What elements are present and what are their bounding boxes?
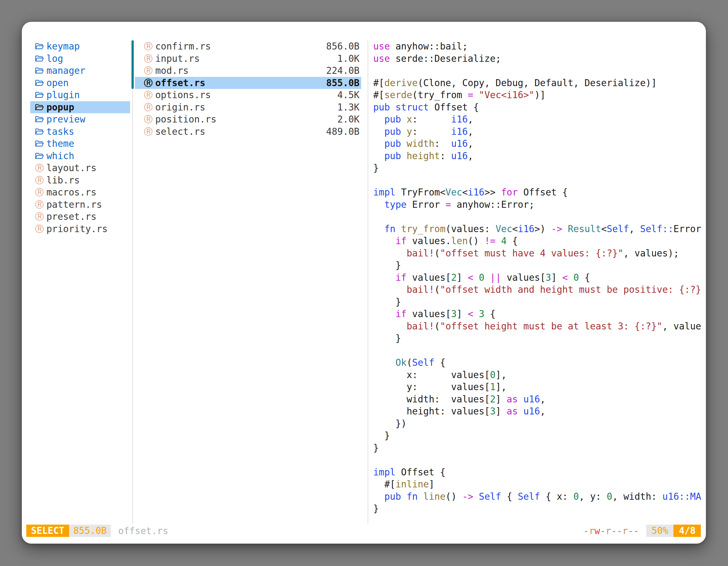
code-line: use anyhow::bail; <box>373 40 702 53</box>
file-size-chip: 855.0B <box>69 525 111 537</box>
sidebar-item-popup[interactable]: popup <box>30 101 130 114</box>
item-label: which <box>46 151 74 161</box>
rust-icon: Ⓡ <box>35 188 44 197</box>
code-line: } <box>373 332 702 344</box>
permission-segment: - <box>583 525 589 536</box>
open-folder-icon <box>35 79 44 87</box>
item-label: priority.rs <box>46 224 108 234</box>
file-manager-window: keymaplogmanageropenpluginpopuppreviewta… <box>22 22 706 544</box>
rust-icon: Ⓡ <box>35 225 44 233</box>
code-line: #[derive(Clone, Copy, Debug, Default, De… <box>373 77 702 89</box>
sidebar-item-manager[interactable]: manager <box>30 65 130 77</box>
item-label: theme <box>46 138 74 149</box>
code-line <box>373 344 702 357</box>
rust-icon: Ⓡ <box>144 91 153 99</box>
file-size: 856.0B <box>326 41 360 52</box>
item-label: manager <box>46 65 85 76</box>
file-name: options.rs <box>155 90 211 100</box>
file-size: 2.0K <box>337 114 360 125</box>
file-name: input.rs <box>155 53 200 64</box>
file-size: 855.0B <box>326 78 360 88</box>
file-row-origin-rs[interactable]: Ⓡorigin.rs1.3K <box>135 101 361 114</box>
code-line: } <box>373 429 702 442</box>
code-line: } <box>373 259 702 272</box>
open-folder-icon <box>35 55 44 62</box>
code-line: Ok(Self { <box>373 356 702 369</box>
code-line <box>373 211 702 223</box>
permission-segment: w <box>595 525 600 536</box>
code-line: pub width: u16, <box>373 138 702 150</box>
file-row-offset-rs[interactable]: Ⓡoffset.rs855.0B <box>135 77 361 89</box>
rust-icon: Ⓡ <box>144 42 153 51</box>
rust-icon: Ⓡ <box>35 176 44 185</box>
open-folder-icon <box>35 91 44 99</box>
sidebar-item-layout-rs[interactable]: Ⓡlayout.rs <box>30 162 130 174</box>
file-row-select-rs[interactable]: Ⓡselect.rs489.0B <box>135 126 361 138</box>
code-line: y: values[1], <box>373 381 702 393</box>
item-label: tasks <box>46 126 74 137</box>
code-line: impl TryFrom<Vec<i16>> for Offset { <box>373 186 702 199</box>
code-line: pub height: u16, <box>373 150 702 162</box>
item-label: pattern.rs <box>46 199 102 210</box>
file-row-mod-rs[interactable]: Ⓡmod.rs224.0B <box>135 65 361 77</box>
sidebar-item-priority-rs[interactable]: Ⓡpriority.rs <box>30 223 130 235</box>
code-line: height: values[3] as u16, <box>373 405 702 417</box>
sidebar-item-pattern-rs[interactable]: Ⓡpattern.rs <box>30 199 130 211</box>
open-folder-icon <box>35 128 44 135</box>
rust-icon: Ⓡ <box>144 103 153 112</box>
rust-icon: Ⓡ <box>35 200 44 209</box>
sidebar-item-keymap[interactable]: keymap <box>30 40 130 53</box>
permission-segment: r <box>606 525 611 536</box>
code-line: } <box>373 442 702 454</box>
permission-segment: -- <box>628 525 639 536</box>
status-bar: SELECT 855.0B offset.rs -rw-r--r-- 50% 4… <box>26 525 701 537</box>
sidebar-item-preset-rs[interactable]: Ⓡpreset.rs <box>30 211 130 223</box>
item-label: open <box>46 78 69 88</box>
file-permissions: -rw-r--r-- <box>583 525 639 536</box>
rust-icon: Ⓡ <box>144 115 153 124</box>
file-name: mod.rs <box>155 65 189 76</box>
code-line: pub y: i16, <box>373 126 702 138</box>
open-folder-icon <box>35 140 44 147</box>
file-name: confirm.rs <box>155 41 211 52</box>
file-row-position-rs[interactable]: Ⓡposition.rs2.0K <box>135 113 361 126</box>
code-line: impl Offset { <box>373 466 702 478</box>
rust-icon: Ⓡ <box>144 54 153 63</box>
sidebar-item-tasks[interactable]: tasks <box>30 126 130 138</box>
code-line: #[serde(try_from = "Vec<i16>")] <box>373 89 702 101</box>
mode-badge: SELECT <box>26 525 69 537</box>
status-bar-right: -rw-r--r-- 50% 4/8 <box>583 525 701 537</box>
sidebar-item-theme[interactable]: theme <box>30 138 130 150</box>
sidebar-item-lib-rs[interactable]: Ⓡlib.rs <box>30 174 130 187</box>
code-line: pub x: i16, <box>373 113 702 126</box>
file-list-scrollbar[interactable] <box>131 40 134 89</box>
code-line: if values[2] < 0 || values[3] < 0 { <box>373 272 702 284</box>
sidebar-item-open[interactable]: open <box>30 77 130 89</box>
code-line: if values[3] < 3 { <box>373 308 702 320</box>
status-filename: offset.rs <box>118 525 168 536</box>
sidebar-item-preview[interactable]: preview <box>30 113 130 126</box>
code-line: } <box>373 502 702 515</box>
file-row-confirm-rs[interactable]: Ⓡconfirm.rs856.0B <box>135 40 361 53</box>
rust-icon: Ⓡ <box>35 164 44 172</box>
file-size: 1.0K <box>337 53 360 64</box>
rust-icon: Ⓡ <box>144 66 153 75</box>
file-row-options-rs[interactable]: Ⓡoptions.rs4.5K <box>135 89 361 101</box>
sidebar-item-which[interactable]: which <box>30 150 130 162</box>
code-line: use serde::Deserialize; <box>373 53 702 65</box>
code-preview-pane: use anyhow::bail;use serde::Deserialize;… <box>368 40 704 525</box>
sidebar-item-log[interactable]: log <box>30 53 130 65</box>
code-line: fn try_from(values: Vec<i16>) -> Result<… <box>373 223 702 235</box>
code-line: } <box>373 162 702 174</box>
open-folder-icon <box>35 67 44 74</box>
item-label: lib.rs <box>46 175 80 186</box>
item-label: keymap <box>46 41 80 52</box>
item-label: plugin <box>46 90 80 100</box>
code-line: x: values[0], <box>373 369 702 381</box>
permission-segment: -- <box>611 525 622 536</box>
sidebar-item-plugin[interactable]: plugin <box>30 89 130 101</box>
sidebar-item-macros-rs[interactable]: Ⓡmacros.rs <box>30 186 130 199</box>
file-name: offset.rs <box>155 78 205 88</box>
file-row-input-rs[interactable]: Ⓡinput.rs1.0K <box>135 53 361 65</box>
file-size: 224.0B <box>326 65 360 76</box>
